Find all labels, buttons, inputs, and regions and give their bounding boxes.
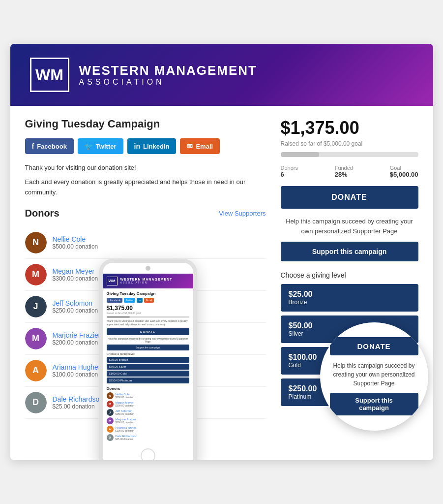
email-button[interactable]: ✉ Email: [180, 138, 220, 154]
phone-org-name: WESTERN MANAGEMENT ASSOCIATION: [120, 278, 173, 284]
phone-support-btn[interactable]: Support the campaign: [107, 345, 189, 350]
avatar-circle: M: [25, 264, 47, 285]
helper-text: Help this campaign succeed by creating y…: [281, 217, 418, 236]
phone-giving-option: $100.00 Gold: [107, 371, 189, 377]
page-wrapper: WM WESTERN MANAGEMENT ASSOCIATION Giving…: [10, 44, 433, 460]
goal-stat-value: $5,000.00: [390, 171, 418, 178]
donors-title: Donors: [25, 208, 59, 219]
phone-donor-avatar: D: [107, 434, 114, 441]
phone-donor-name: Marjorie Frazier: [116, 418, 136, 421]
phone-giving-option: $250.00 Platinum: [107, 378, 189, 383]
phone-donor-item: M Megan Meyer $300.00 donation: [107, 401, 189, 408]
phone-donor-list: N Nellie Cole $500.00 donation M Megan M…: [107, 392, 189, 441]
progress-fill: [281, 152, 319, 157]
donor-avatar: A: [25, 360, 47, 381]
donor-name: Megan Meyer: [53, 267, 98, 275]
phone-logo-text: WM: [108, 279, 115, 283]
donor-amount: $300.00 donation: [53, 275, 98, 282]
avatar-circle: N: [25, 232, 47, 253]
phone-donor-item: N Nellie Cole $500.00 donation: [107, 392, 189, 399]
phone-donor-name: Arianna Hughes: [116, 426, 137, 429]
phone-donate-btn[interactable]: DONATE: [107, 328, 189, 335]
phone-giving-options: $25.00 Bronze$50.00 Silver$100.00 Gold$2…: [107, 357, 189, 383]
phone-mockup: WM WESTERN MANAGEMENT ASSOCIATION Giving…: [99, 259, 197, 460]
goal-stat: Goal $5,000.00: [390, 165, 418, 178]
twitter-button[interactable]: 🐦 Twitter: [78, 138, 123, 154]
phone-helper-text: Help this campaign succeed by creating y…: [107, 337, 189, 343]
phone-desc: Thank you for visiting our donation site…: [107, 319, 189, 326]
facebook-button[interactable]: f Facebook: [25, 138, 74, 154]
donor-info: Nellie Cole $500.00 donation: [53, 235, 98, 250]
giving-amount: $25.00: [289, 290, 411, 299]
phone-donor-name: Jeff Solomon: [116, 410, 135, 412]
zoom-helper-text: Help this campaign succeed by creating y…: [330, 361, 418, 388]
donors-stat: Donors 6: [281, 165, 298, 178]
phone-giving-title: Choose a giving level: [107, 352, 189, 355]
facebook-icon: f: [32, 142, 34, 150]
donors-stat-label: Donors: [281, 165, 298, 171]
phone-notch: [146, 266, 150, 271]
raised-label: Raised so far of $5,000.00 goal: [281, 140, 418, 147]
facebook-label: Facebook: [37, 143, 67, 150]
social-buttons: f Facebook 🐦 Twitter in LinkedIn ✉ Email: [25, 138, 266, 154]
phone-donor-avatar: N: [107, 392, 114, 399]
phone-donor-item: D Dale Richardson $25.00 donation: [107, 434, 189, 441]
phone-donor-info: Marjorie Frazier $200.00 donation: [116, 418, 136, 424]
donor-name: Dale Richardson: [53, 395, 104, 403]
phone-giving-option: $25.00 Bronze: [107, 357, 189, 363]
phone-donor-avatar: M: [107, 417, 114, 424]
donate-button[interactable]: DONATE: [281, 186, 418, 209]
description-p1: Thank you for visiting our donation site…: [25, 163, 266, 173]
support-campaign-button[interactable]: Support this campaign: [281, 242, 418, 261]
donors-header: Donors View Supporters: [25, 208, 266, 219]
phone-donor-amount: $500.00 donation: [116, 396, 135, 399]
giving-level: Bronze: [289, 299, 411, 306]
linkedin-button[interactable]: in LinkedIn: [127, 138, 177, 154]
org-name-main: WESTERN MANAGEMENT: [79, 63, 257, 78]
phone-campaign-title: Giving Tuesday Campaign: [107, 291, 189, 296]
phone-donor-item: J Jeff Solomon $250.00 donation: [107, 409, 189, 416]
donor-info: Jeff Solomon $250.00 donation: [53, 299, 98, 314]
phone-donor-avatar: J: [107, 409, 114, 416]
funded-stat: Funded 28%: [335, 165, 353, 178]
phone-donor-amount: $25.00 donation: [116, 438, 137, 441]
phone-org-main: WESTERN MANAGEMENT: [120, 278, 173, 281]
zoom-support-button[interactable]: Support this campaign: [330, 393, 418, 415]
phone-screen: WM WESTERN MANAGEMENT ASSOCIATION Giving…: [103, 274, 193, 445]
phone-giving-option: $50.00 Silver: [107, 364, 189, 370]
org-name-sub: ASSOCIATION: [79, 78, 257, 87]
phone-donor-amount: $100.00 donation: [116, 429, 137, 432]
donor-amount: $250.00 donation: [53, 307, 98, 314]
org-name: WESTERN MANAGEMENT ASSOCIATION: [79, 63, 257, 87]
phone-donor-info: Megan Meyer $300.00 donation: [116, 401, 135, 407]
phone-donor-name: Dale Richardson: [116, 435, 137, 438]
donor-info: Marjorie Frazier $200.00 donation: [53, 331, 101, 346]
zoom-circle: DONATE Help this campaign succeed by cre…: [320, 322, 428, 431]
logo-box: WM: [30, 58, 69, 92]
phone-donor-amount: $300.00 donation: [116, 404, 135, 407]
donor-name: Marjorie Frazier: [53, 331, 101, 339]
twitter-label: Twitter: [96, 143, 117, 150]
zoom-donate-button[interactable]: DONATE: [330, 337, 418, 355]
donor-avatar: N: [25, 232, 47, 253]
donor-name: Jeff Solomon: [53, 299, 98, 307]
phone-donors-title: Donors: [107, 386, 189, 391]
phone-donor-info: Jeff Solomon $250.00 donation: [116, 410, 135, 415]
phone-donor-info: Nellie Cole $500.00 donation: [116, 393, 135, 399]
phone-donor-name: Megan Meyer: [116, 401, 135, 404]
donor-avatar: M: [25, 264, 47, 285]
donor-name: Nellie Cole: [53, 235, 98, 243]
funded-stat-label: Funded: [335, 165, 353, 171]
phone-donor-item: A Arianna Hughes $100.00 donation: [107, 426, 189, 433]
linkedin-label: LinkedIn: [143, 143, 169, 150]
view-supporters-link[interactable]: View Supporters: [219, 210, 266, 217]
phone-frame: WM WESTERN MANAGEMENT ASSOCIATION Giving…: [99, 259, 197, 460]
avatar-circle: M: [25, 328, 47, 349]
campaign-title: Giving Tuesday Campaign: [25, 118, 266, 130]
phone-fb-btn: f Facebook: [107, 298, 123, 303]
progress-bar: [281, 152, 418, 157]
avatar-circle: J: [25, 296, 47, 317]
phone-raised-label: Raised so far of $5,000.00 goal: [107, 312, 189, 315]
phone-donor-info: Dale Richardson $25.00 donation: [116, 435, 137, 441]
giving-option[interactable]: $25.00Bronze: [281, 284, 418, 312]
